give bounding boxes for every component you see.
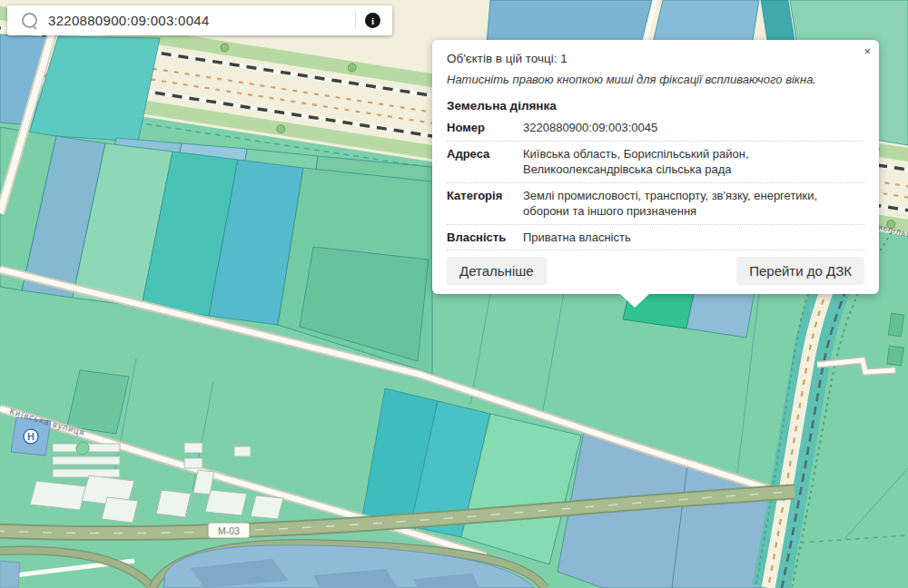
search-divider bbox=[355, 11, 356, 30]
row-category: Категорія Землі промисловості, транспорт… bbox=[447, 183, 864, 225]
details-button[interactable]: Детальніше bbox=[447, 257, 547, 285]
close-icon[interactable]: × bbox=[864, 45, 871, 57]
section-title: Земельна ділянка bbox=[447, 99, 864, 113]
row-label: Адреса bbox=[447, 146, 523, 178]
green-patch bbox=[76, 442, 89, 455]
row-address: Адреса Київська область, Бориспільський … bbox=[447, 142, 864, 183]
hospital-letter: H bbox=[27, 431, 35, 442]
row-value: Київська область, Бориспільський район, … bbox=[523, 146, 864, 178]
popup-callout-arrow bbox=[619, 293, 650, 308]
row-label: Власність bbox=[447, 230, 523, 246]
highway-shield: М-03 bbox=[208, 523, 250, 538]
objects-count-line: Об'єктів в цій точці: 1 bbox=[447, 52, 864, 65]
row-number: Номер 3220880900:09:003:0045 bbox=[447, 115, 864, 142]
popup-hint: Натисніть правою кнопкою миші для фіксац… bbox=[447, 73, 864, 86]
popup-buttons: Детальніше Перейти до ДЗК bbox=[447, 257, 864, 285]
search-icon bbox=[22, 13, 37, 28]
row-ownership: Власність Приватна власність bbox=[447, 225, 864, 251]
info-icon[interactable]: i bbox=[365, 13, 380, 28]
row-label: Номер bbox=[447, 120, 523, 136]
goto-dzk-button[interactable]: Перейти до ДЗК bbox=[736, 257, 864, 285]
row-value: Приватна власність bbox=[523, 230, 864, 246]
search-input[interactable]: 3220880900:09:003:0044 bbox=[48, 13, 346, 28]
row-value: Землі промисловості, транспорту, зв'язку… bbox=[523, 188, 864, 220]
row-value: 3220880900:09:003:0045 bbox=[523, 120, 864, 136]
highway-label: М-03 bbox=[218, 525, 240, 536]
row-label: Категорія bbox=[447, 188, 523, 220]
search-bar[interactable]: 3220880900:09:003:0044 i bbox=[7, 5, 392, 35]
object-info-popup: × Об'єктів в цій точці: 1 Натисніть прав… bbox=[432, 40, 879, 294]
